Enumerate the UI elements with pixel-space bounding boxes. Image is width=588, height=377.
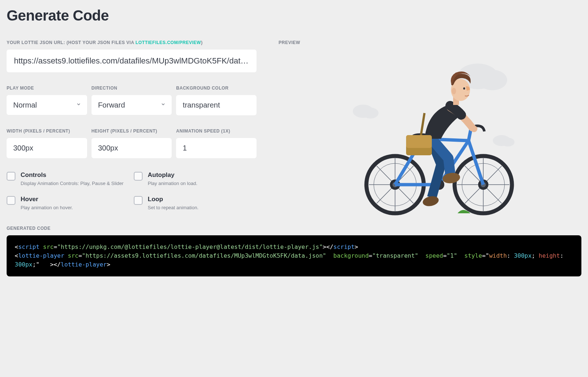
height-input[interactable] xyxy=(92,138,172,158)
direction-label: DIRECTION xyxy=(92,86,172,91)
preview-link[interactable]: LOTTIEFILES.COM/PREVIEW xyxy=(136,40,201,45)
svg-point-42 xyxy=(471,126,477,132)
autoplay-checkbox[interactable] xyxy=(134,172,143,181)
cyclist-illustration xyxy=(279,56,581,218)
hover-checkbox[interactable] xyxy=(7,196,15,205)
play-mode-label: PLAY MODE xyxy=(7,86,87,91)
speed-label: ANIMATION SPEED (1X) xyxy=(176,128,257,134)
loop-checkbox[interactable] xyxy=(134,196,143,205)
hover-desc: Play animation on hover. xyxy=(21,204,73,211)
width-label: WIDTH (PIXELS / PERCENT) xyxy=(7,128,87,134)
controls-desc: Display Animation Controls:​ Play, Pause… xyxy=(21,180,123,187)
controls-checkbox[interactable] xyxy=(7,172,15,181)
autoplay-title: Autoplay xyxy=(148,171,197,179)
svg-rect-44 xyxy=(406,135,432,148)
autoplay-desc: Play animation on load. xyxy=(148,180,197,187)
page-title: Generate Code xyxy=(7,7,581,24)
loop-title: Loop xyxy=(148,196,198,203)
bg-color-input[interactable] xyxy=(176,95,257,115)
preview-label: PREVIEW xyxy=(279,40,581,45)
bg-color-label: BACKGROUND COLOR xyxy=(176,86,257,91)
controls-title: Controls xyxy=(21,171,123,179)
generated-code-label: GENERATED CODE xyxy=(7,226,581,231)
svg-line-34 xyxy=(469,141,483,185)
url-section-label: YOUR LOTTIE JSON URL: (HOST YOUR JSON FI… xyxy=(7,40,257,45)
preview-canvas xyxy=(279,56,581,218)
hover-title: Hover xyxy=(21,196,73,203)
generated-code-block[interactable]: <script src="https://unpkg.com/@lottiefi… xyxy=(7,235,581,276)
svg-point-48 xyxy=(452,88,456,94)
width-input[interactable] xyxy=(7,138,87,158)
svg-point-3 xyxy=(362,108,379,119)
svg-point-1 xyxy=(478,70,507,90)
lottie-url-input[interactable] xyxy=(7,50,257,72)
direction-select[interactable]: Forward xyxy=(92,95,172,115)
play-mode-select[interactable]: Normal xyxy=(7,95,87,115)
svg-point-47 xyxy=(463,87,465,90)
svg-point-5 xyxy=(501,138,514,146)
speed-input[interactable] xyxy=(176,138,257,158)
loop-desc: Set to repeat animation. xyxy=(148,204,198,211)
height-label: HEIGHT (PIXELS / PERCENT) xyxy=(92,128,172,134)
